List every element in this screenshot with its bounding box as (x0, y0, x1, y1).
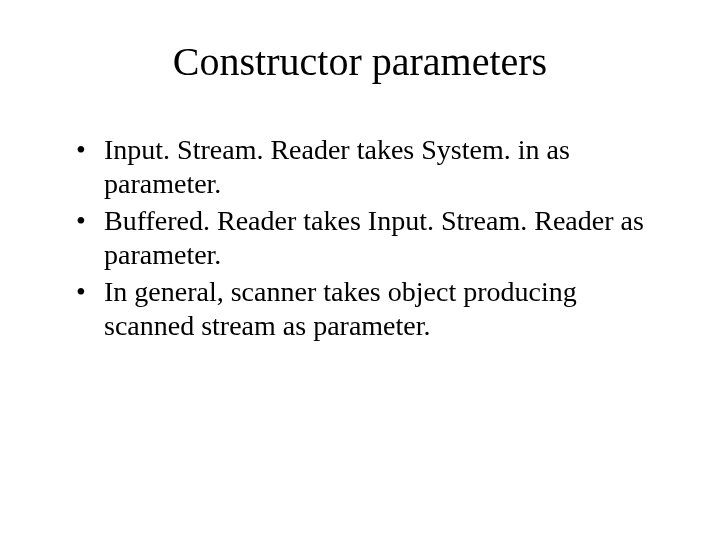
list-item: Buffered. Reader takes Input. Stream. Re… (76, 204, 660, 271)
list-item: Input. Stream. Reader takes System. in a… (76, 133, 660, 200)
slide-title: Constructor parameters (60, 38, 660, 85)
bullet-list: Input. Stream. Reader takes System. in a… (76, 133, 660, 343)
slide: Constructor parameters Input. Stream. Re… (0, 0, 720, 540)
list-item: In general, scanner takes object produci… (76, 275, 660, 342)
